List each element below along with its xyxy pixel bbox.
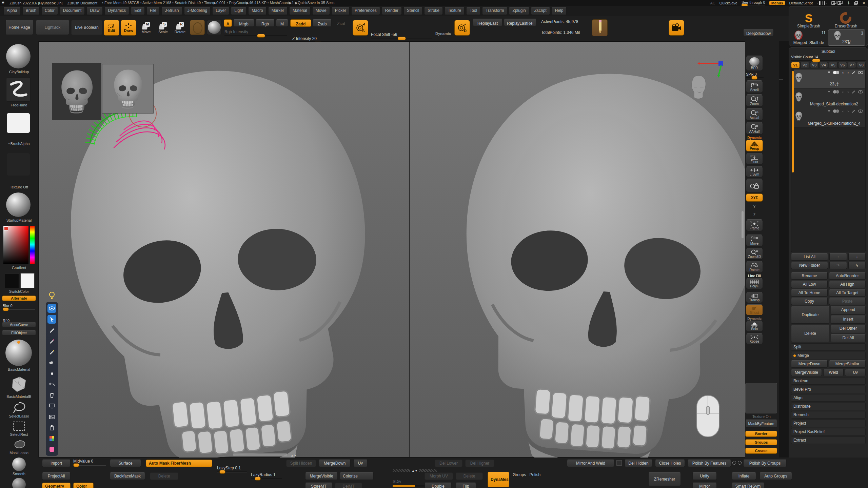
visibility-pair-icon[interactable] — [833, 90, 840, 94]
menu-item[interactable]: J-Brush — [161, 7, 182, 15]
replay-last-rel-button[interactable]: ReplayLastRel — [504, 19, 536, 26]
hue-strip[interactable] — [30, 226, 35, 264]
menu-item[interactable]: Picker — [332, 7, 350, 15]
menu-item[interactable]: Color — [41, 7, 58, 15]
visibility-tab[interactable]: V6 — [838, 62, 847, 68]
menu-item[interactable]: Stencil — [403, 7, 422, 15]
mask-lasso-brush[interactable] — [12, 439, 26, 451]
insert-button[interactable]: Insert — [831, 316, 866, 324]
merge-visible-bottom-button[interactable]: MergeVisible — [305, 472, 338, 480]
pen-yellow-icon[interactable] — [47, 347, 56, 356]
auto-groups-button[interactable]: Auto Groups — [760, 472, 792, 480]
menus-button[interactable]: Menus — [769, 1, 785, 5]
half-shade-icon[interactable]: ◐ — [842, 70, 845, 75]
rotate-y-button[interactable]: Y — [746, 203, 763, 210]
merge-visible-button[interactable]: MergeVisible — [791, 369, 822, 376]
half-shade-icon[interactable]: ◐ — [842, 109, 845, 113]
menu-item[interactable]: Help — [552, 7, 567, 15]
lazy-step-slider[interactable]: LazyStep 0.1 — [217, 466, 247, 472]
transp-button[interactable]: Transp — [746, 292, 763, 303]
merge-down-bottom-button[interactable]: MergeDown — [319, 460, 351, 467]
paste-button[interactable]: Paste — [829, 298, 866, 305]
delete-uv-button[interactable]: Delete — [456, 472, 483, 480]
actual-button[interactable]: x1 Actual — [746, 108, 763, 121]
brush-alpha-tile[interactable] — [7, 113, 30, 133]
texture-preview[interactable] — [745, 383, 777, 413]
solo-button[interactable]: Solo — [746, 321, 763, 332]
store-mt-button[interactable]: StoreMT — [305, 483, 332, 488]
move-up-button[interactable]: ↑ — [829, 253, 847, 261]
material-preview-tile[interactable] — [207, 20, 222, 35]
eye-icon[interactable] — [47, 304, 56, 313]
xpose-button[interactable]: Xpose — [746, 333, 763, 344]
freehand-brush[interactable] — [6, 77, 31, 102]
zcut-button[interactable]: Zcut — [333, 19, 349, 27]
switch-color-swatches[interactable] — [5, 273, 35, 289]
dynamesh-button[interactable]: DynaMesh — [488, 472, 509, 487]
polypaint-brush-icon[interactable] — [851, 90, 855, 94]
import-button[interactable]: Import — [42, 460, 71, 467]
palette-icon[interactable] — [47, 434, 56, 443]
simple-brush-tile[interactable]: S SimpleBrush — [790, 7, 827, 28]
scale-button[interactable]: S Scale — [155, 20, 171, 36]
focal-shift-slider[interactable]: Focal Shift -56 — [371, 32, 432, 39]
morph-uv-button[interactable]: Morph UV — [425, 472, 453, 480]
select-lasso-brush[interactable] — [12, 401, 26, 415]
polypaint-brush-icon[interactable] — [851, 71, 855, 74]
eraser-icon[interactable] — [47, 358, 56, 367]
clipboard-icon[interactable] — [47, 423, 56, 432]
basic-material-b[interactable] — [9, 375, 28, 395]
uv-button[interactable]: Uv — [845, 369, 866, 376]
del-hidden-button[interactable]: Del Hidden — [625, 460, 652, 467]
all-to-home-button[interactable]: All To Home — [791, 289, 828, 297]
clay-buildup-brush[interactable] — [6, 44, 31, 68]
new-folder-button[interactable]: New Folder — [791, 262, 828, 269]
persp-button[interactable]: Persp — [746, 140, 763, 151]
split-hidden-button[interactable]: Split Hidden — [286, 460, 316, 467]
m-button[interactable]: M — [276, 19, 288, 27]
canvas-h-scrollbar[interactable] — [233, 453, 287, 456]
subtool-section[interactable]: Distribute — [791, 403, 866, 410]
right-viewport[interactable] — [410, 42, 745, 457]
expand-icon[interactable] — [827, 71, 831, 74]
accucurve-button[interactable]: AccuCurve — [2, 322, 36, 327]
pen-white-icon[interactable] — [47, 326, 56, 334]
all-low-button[interactable]: All Low — [791, 281, 828, 288]
flip-button[interactable]: Flip — [456, 483, 476, 488]
half-shade2-icon[interactable]: ◑ — [847, 109, 849, 113]
eye-icon[interactable] — [858, 109, 863, 113]
visibility-tab[interactable]: V3 — [810, 62, 819, 68]
colorize-button[interactable]: Colorize — [340, 472, 374, 480]
frame-button[interactable]: Frame — [746, 219, 763, 231]
aahalf-button[interactable]: AAHalf — [746, 122, 763, 135]
rename-button[interactable]: Rename — [791, 272, 828, 280]
polypaint-tile[interactable] — [190, 20, 205, 35]
pink-swatch-icon[interactable] — [47, 445, 56, 454]
project-all-button[interactable]: ProjectAll — [42, 472, 71, 480]
duplicate-button[interactable]: Duplicate — [791, 306, 829, 324]
select-rect-brush[interactable] — [12, 421, 26, 433]
double-button[interactable]: Double — [425, 483, 452, 488]
menu-item[interactable]: Movie — [312, 7, 330, 15]
menu-item[interactable]: Texture — [445, 7, 465, 15]
menu-item[interactable]: Alpha — [3, 7, 21, 15]
menu-item[interactable]: Stroke — [424, 7, 443, 15]
menu-item[interactable]: J-Modeling — [184, 7, 211, 15]
half-shade2-icon[interactable]: ◑ — [847, 70, 849, 75]
border-button[interactable]: Border — [745, 431, 777, 437]
del-higher-button[interactable]: Del Higher — [465, 460, 494, 467]
lsym-button[interactable]: L.Sym — [746, 166, 763, 177]
redo-arrow-button[interactable]: ↷ — [829, 262, 847, 269]
lightbox-button[interactable]: LightBox — [36, 20, 69, 35]
section-split[interactable]: Split — [791, 343, 866, 351]
polish-by-groups-button[interactable]: Polish By Groups — [743, 460, 787, 467]
subtool-section[interactable]: Remesh — [791, 411, 866, 419]
menu-item[interactable]: Light — [231, 7, 246, 15]
groups-button[interactable]: Groups — [745, 439, 777, 445]
menu-item[interactable]: Material — [289, 7, 311, 15]
move-down-button[interactable]: ↓ — [848, 253, 866, 261]
surface-button[interactable]: Surface — [110, 460, 141, 467]
restore-button[interactable] — [854, 1, 858, 5]
rotate-button[interactable]: R Rotate — [172, 20, 188, 36]
rotate-xyz-button[interactable]: XYZ — [746, 194, 763, 202]
